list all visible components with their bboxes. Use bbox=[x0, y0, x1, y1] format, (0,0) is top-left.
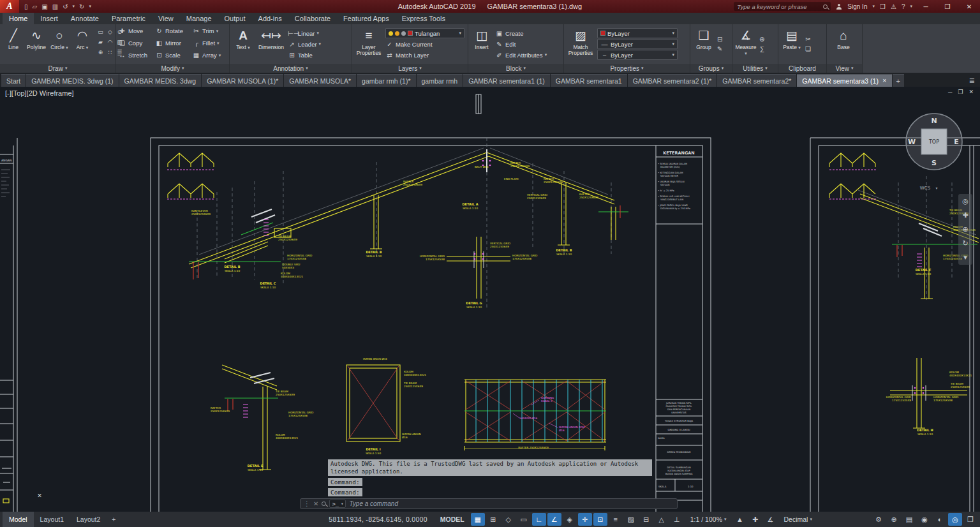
navigation-bar[interactable]: ◎✚⊕↻▾ bbox=[958, 194, 972, 265]
panel-label-clipboard[interactable]: Clipboard bbox=[778, 64, 826, 73]
tool-table[interactable]: ⊞Table bbox=[288, 50, 321, 60]
layer-dropdown[interactable]: Tulangan ▾ bbox=[385, 28, 464, 38]
tool-create[interactable]: ▣Create bbox=[495, 28, 547, 38]
tool-scale[interactable]: ⊡Scale bbox=[155, 50, 191, 61]
snap-mode-toggle[interactable]: ⊞ bbox=[486, 513, 500, 526]
sign-in-button[interactable]: Sign In bbox=[847, 3, 867, 10]
paste-button[interactable]: ▤ Paste ▾ bbox=[780, 26, 803, 63]
navbar-icon-1[interactable]: ✚ bbox=[962, 211, 968, 219]
ribbon-tab-add-ins[interactable]: Add-ins bbox=[252, 13, 288, 24]
insert-block-button[interactable]: ◫ Insert bbox=[470, 26, 493, 63]
new-drawing-tab-button[interactable]: + bbox=[893, 74, 904, 87]
object-snap-tracking-toggle[interactable]: ✛ bbox=[578, 513, 592, 526]
annotation-scale-button[interactable]: 1:1 / 100%▾ bbox=[685, 513, 732, 526]
save-icon[interactable]: ▣ bbox=[41, 3, 47, 10]
ribbon-tab-view[interactable]: View bbox=[152, 13, 180, 24]
annotation-autoscale-toggle[interactable]: ✚ bbox=[748, 513, 762, 526]
ungroup-icon[interactable]: ⊟ bbox=[717, 36, 722, 43]
command-close-icon[interactable]: ✕ bbox=[313, 500, 318, 507]
draw-extra-icon-3[interactable]: ▰ bbox=[96, 39, 105, 49]
object-snap-toggle[interactable]: ⊡ bbox=[593, 513, 607, 526]
annotation-visibility-toggle[interactable]: ▲ bbox=[732, 513, 746, 526]
draw-extra-icon-7[interactable]: ∷ bbox=[105, 49, 115, 59]
units-button[interactable]: Decimal▾ bbox=[778, 513, 817, 526]
ribbon-tab-home[interactable]: Home bbox=[3, 13, 34, 24]
tool-edit[interactable]: ✎Edit bbox=[495, 39, 547, 49]
command-search-icon[interactable] bbox=[322, 501, 326, 506]
lineweight-display-toggle[interactable]: ≡ bbox=[609, 513, 623, 526]
ortho-mode-toggle[interactable]: ∟ bbox=[532, 513, 546, 526]
search-icon[interactable] bbox=[823, 4, 828, 9]
file-tab-gambar-sementara1[interactable]: GAMBAR sementara1 bbox=[551, 74, 627, 87]
drawing-canvas[interactable]: NWESTOPWCS▾✕KETERANGAN• SEMUA UKURAN DAL… bbox=[0, 87, 980, 512]
layout-tab-model[interactable]: Model bbox=[3, 512, 34, 527]
file-tab-start[interactable]: Start bbox=[1, 74, 26, 87]
navbar-icon-2[interactable]: ⊕ bbox=[962, 225, 968, 234]
file-tab-gambar-musola-[interactable]: GAMBAR MUSOLA* bbox=[284, 74, 356, 87]
layout-tab-layout2[interactable]: Layout2 bbox=[70, 512, 107, 527]
close-button[interactable]: ✕ bbox=[961, 3, 977, 10]
panel-label-view[interactable]: View▾ bbox=[827, 64, 862, 73]
ribbon-tab-express-tools[interactable]: Express Tools bbox=[396, 13, 452, 24]
restore-button[interactable]: ❐ bbox=[939, 3, 956, 10]
quick-calculator-icon[interactable]: ∑ bbox=[759, 45, 764, 52]
ribbon-tab-collaborate[interactable]: Collaborate bbox=[288, 13, 337, 24]
ribbon-tab-annotate[interactable]: Annotate bbox=[64, 13, 105, 24]
make-current-button[interactable]: ✓ Make Current bbox=[385, 39, 464, 49]
help-search-input[interactable]: Type a keyword or phrase bbox=[734, 2, 831, 11]
navbar-icon-3[interactable]: ↻ bbox=[962, 239, 968, 248]
command-grip-icon[interactable]: ⋮ bbox=[304, 500, 310, 507]
polar-tracking-toggle[interactable]: ∠ bbox=[547, 513, 561, 526]
help-caret-icon[interactable]: ▾ bbox=[910, 4, 912, 9]
tool-edit-attributes[interactable]: ✐Edit Attributes▾ bbox=[495, 50, 547, 60]
file-tab-gambar-sementara3-1-[interactable]: GAMBAR sementara3 (1)✕ bbox=[797, 74, 891, 87]
new-file-icon[interactable]: ▯ bbox=[24, 3, 28, 10]
sign-in-caret-icon[interactable]: ▾ bbox=[872, 4, 875, 9]
selection-cycling-toggle[interactable]: ⊟ bbox=[639, 513, 653, 526]
annotation-scale-sync-toggle[interactable]: ∡ bbox=[763, 513, 777, 526]
draw-extra-icon-1[interactable]: ◇ bbox=[105, 29, 115, 39]
model-space-button[interactable]: MODEL bbox=[435, 513, 470, 526]
viewport-controls[interactable]: [-][Top][2D Wireframe] bbox=[5, 89, 74, 97]
tool-arc[interactable]: ◠Arc ▾ bbox=[71, 26, 94, 63]
minimize-drawing-icon[interactable]: ─ bbox=[948, 89, 952, 95]
copy-clip-icon[interactable]: ❏ bbox=[805, 45, 811, 52]
isodraft-toggle[interactable]: ◈ bbox=[563, 513, 577, 526]
open-file-icon[interactable]: ▱ bbox=[33, 3, 38, 10]
ribbon-tab-manage[interactable]: Manage bbox=[180, 13, 218, 24]
3d-object-snap-toggle[interactable]: △ bbox=[655, 513, 669, 526]
transparency-toggle[interactable]: ▨ bbox=[624, 513, 638, 526]
lock-ui-toggle[interactable]: ◉ bbox=[917, 513, 932, 526]
undo-icon[interactable]: ↺ bbox=[63, 3, 68, 10]
minimize-button[interactable]: ─ bbox=[917, 3, 934, 10]
isolate-objects-toggle[interactable]: ◐ bbox=[933, 513, 947, 526]
grid-toggle[interactable]: ▦ bbox=[471, 513, 485, 526]
layout-tab-layout1[interactable]: Layout1 bbox=[34, 512, 70, 527]
dynamic-ucs-toggle[interactable]: ⊥ bbox=[670, 513, 684, 526]
caret-down-icon[interactable]: ▾ bbox=[341, 501, 343, 507]
graphics-performance-toggle[interactable]: ◎ bbox=[948, 513, 962, 526]
base-view-button[interactable]: ⌂ Base bbox=[829, 26, 858, 63]
draw-extra-icon-6[interactable]: ⊕ bbox=[96, 49, 105, 59]
tool-polyline[interactable]: ∿Polyline bbox=[25, 26, 48, 63]
restore-drawing-icon[interactable]: ❐ bbox=[958, 89, 963, 95]
properties-combo-1[interactable]: —ByLayer▾ bbox=[597, 39, 678, 49]
redo-icon[interactable]: ↻ bbox=[79, 3, 84, 10]
panel-label-groups[interactable]: Groups▾ bbox=[690, 64, 732, 73]
file-tab-gambar-medis-3dwg[interactable]: GAMBAR MEDIS. 3dwg bbox=[119, 74, 202, 87]
help-icon[interactable]: ? bbox=[902, 3, 905, 10]
file-tab-gambar-rmh-1-[interactable]: gambar rmh (1)* bbox=[357, 74, 415, 87]
navbar-icon-4[interactable]: ▾ bbox=[963, 253, 967, 262]
file-tab-gambar-sementara2-1-[interactable]: GAMBAR sementara2 (1)* bbox=[628, 74, 717, 87]
panel-label-properties[interactable]: Properties▾ bbox=[564, 64, 690, 73]
undo-caret-icon[interactable]: ▾ bbox=[73, 4, 75, 9]
layer-properties-button[interactable]: ≡ Layer Properties bbox=[354, 26, 383, 63]
panel-label-annotation[interactable]: Annotation▾ bbox=[230, 64, 352, 73]
infer-constraints-toggle[interactable]: ◇ bbox=[501, 513, 516, 526]
panel-label-modify[interactable]: Modify▾ bbox=[116, 64, 229, 73]
file-tab-gambar-medis-3dwg-1-[interactable]: GAMBAR MEDIS. 3dwg (1) bbox=[26, 74, 118, 87]
panel-label-draw[interactable]: Draw▾ bbox=[0, 64, 115, 73]
qat-customize-caret-icon[interactable]: ▾ bbox=[89, 4, 91, 9]
tool-mirror[interactable]: ◧Mirror bbox=[155, 38, 191, 48]
dimension-tool[interactable]: ↤↦ Dimension bbox=[256, 26, 286, 63]
